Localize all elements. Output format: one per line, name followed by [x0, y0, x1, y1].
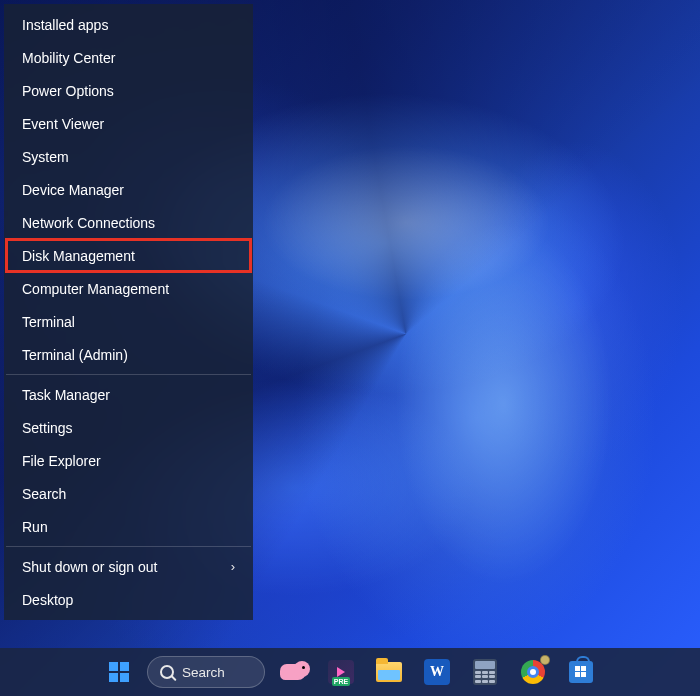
menu-item-terminal[interactable]: Terminal [6, 305, 251, 338]
taskbar-app-word[interactable]: W [417, 652, 457, 692]
word-icon: W [424, 659, 450, 685]
menu-item-mobility-center[interactable]: Mobility Center [6, 41, 251, 74]
file-explorer-icon [376, 662, 402, 682]
menu-item-run[interactable]: Run [6, 510, 251, 543]
menu-item-label: Device Manager [22, 182, 124, 198]
menu-item-label: Computer Management [22, 281, 169, 297]
microsoft-store-icon [569, 661, 593, 683]
taskbar-app-file-explorer[interactable] [369, 652, 409, 692]
menu-item-event-viewer[interactable]: Event Viewer [6, 107, 251, 140]
menu-item-network-connections[interactable]: Network Connections [6, 206, 251, 239]
menu-separator [6, 546, 251, 547]
start-button[interactable] [99, 652, 139, 692]
chevron-right-icon: › [231, 559, 235, 574]
menu-item-label: Mobility Center [22, 50, 115, 66]
menu-item-label: Installed apps [22, 17, 108, 33]
taskbar: Search PRE W [0, 648, 700, 696]
menu-item-search[interactable]: Search [6, 477, 251, 510]
menu-item-computer-management[interactable]: Computer Management [6, 272, 251, 305]
menu-item-label: Task Manager [22, 387, 110, 403]
menu-item-system[interactable]: System [6, 140, 251, 173]
menu-item-label: File Explorer [22, 453, 101, 469]
menu-item-power-options[interactable]: Power Options [6, 74, 251, 107]
menu-item-label: Terminal (Admin) [22, 347, 128, 363]
windows-logo-icon [109, 662, 129, 682]
search-icon [160, 665, 174, 679]
winx-power-menu: Installed appsMobility CenterPower Optio… [4, 4, 253, 620]
taskbar-widget-axolotl[interactable] [273, 652, 313, 692]
menu-item-label: Search [22, 486, 66, 502]
menu-item-device-manager[interactable]: Device Manager [6, 173, 251, 206]
taskbar-app-calculator[interactable] [465, 652, 505, 692]
taskbar-app-microsoft-store[interactable] [561, 652, 601, 692]
chrome-profile-badge [540, 655, 550, 665]
menu-item-settings[interactable]: Settings [6, 411, 251, 444]
menu-item-label: Desktop [22, 592, 73, 608]
menu-item-task-manager[interactable]: Task Manager [6, 378, 251, 411]
menu-item-installed-apps[interactable]: Installed apps [6, 8, 251, 41]
menu-item-label: Terminal [22, 314, 75, 330]
menu-item-label: System [22, 149, 69, 165]
menu-item-label: Power Options [22, 83, 114, 99]
taskbar-app-chrome[interactable] [513, 652, 553, 692]
menu-item-label: Shut down or sign out [22, 559, 157, 575]
calculator-icon [473, 659, 497, 685]
menu-item-desktop[interactable]: Desktop [6, 583, 251, 616]
axolotl-icon [276, 661, 310, 683]
menu-item-disk-management[interactable]: Disk Management [6, 239, 251, 272]
menu-item-file-explorer[interactable]: File Explorer [6, 444, 251, 477]
menu-item-label: Run [22, 519, 48, 535]
menu-item-label: Settings [22, 420, 73, 436]
clipchamp-icon: PRE [328, 660, 354, 684]
menu-item-label: Disk Management [22, 248, 135, 264]
search-label: Search [182, 665, 225, 680]
menu-separator [6, 374, 251, 375]
taskbar-app-clipchamp[interactable]: PRE [321, 652, 361, 692]
taskbar-search[interactable]: Search [147, 656, 265, 688]
menu-item-label: Event Viewer [22, 116, 104, 132]
menu-item-terminal-admin[interactable]: Terminal (Admin) [6, 338, 251, 371]
menu-item-shut-down-or-sign-out[interactable]: Shut down or sign out› [6, 550, 251, 583]
menu-item-label: Network Connections [22, 215, 155, 231]
